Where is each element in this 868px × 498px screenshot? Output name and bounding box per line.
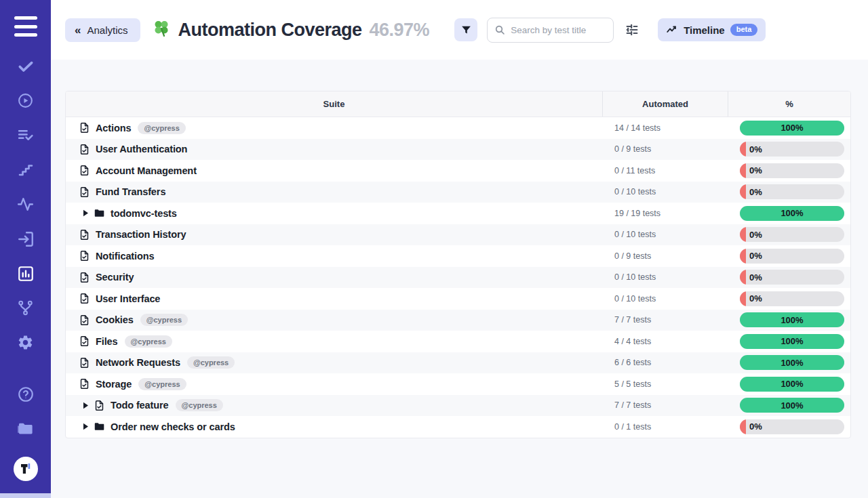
coverage-bar-fill bbox=[740, 270, 746, 285]
automated-count: 0 / 10 tests bbox=[603, 187, 728, 196]
suite-name: User Authentication bbox=[96, 144, 187, 154]
file-check-icon bbox=[94, 400, 105, 411]
file-check-icon bbox=[79, 272, 90, 283]
suite-name: Transaction History bbox=[96, 229, 186, 240]
percent-cell: 0% bbox=[728, 142, 850, 157]
suite-name: Notifications bbox=[96, 251, 155, 262]
percent-cell: 100% bbox=[728, 398, 850, 413]
coverage-bar: 0% bbox=[740, 291, 844, 306]
suite-tag[interactable]: @cypress bbox=[176, 399, 223, 411]
percent-cell: 100% bbox=[728, 377, 850, 392]
search-input[interactable] bbox=[487, 18, 614, 43]
file-check-icon bbox=[79, 335, 90, 347]
percent-cell: 0% bbox=[728, 291, 850, 306]
suite-name: Order new checks or cards bbox=[111, 421, 235, 432]
suite-tag[interactable]: @cypress bbox=[138, 122, 185, 134]
log-in-icon bbox=[17, 230, 35, 248]
percent-cell: 0% bbox=[728, 249, 850, 264]
suite-cell: Security bbox=[66, 272, 603, 283]
file-check-icon bbox=[79, 165, 90, 176]
menu-icon[interactable] bbox=[14, 16, 37, 37]
table-row[interactable]: Files @cypress 4 / 4 tests 100% bbox=[66, 331, 850, 352]
table-row[interactable]: Fund Transfers 0 / 10 tests 0% bbox=[66, 182, 850, 203]
play-circle-icon bbox=[17, 92, 34, 109]
automated-count: 0 / 9 tests bbox=[603, 144, 728, 154]
four-leaf-clover-icon bbox=[151, 18, 172, 41]
sidebar-item-settings[interactable] bbox=[0, 325, 51, 360]
coverage-bar-label: 100% bbox=[740, 206, 844, 221]
sidebar-item-steps[interactable] bbox=[0, 152, 51, 187]
table-row[interactable]: User Interface 0 / 10 tests 0% bbox=[66, 288, 850, 310]
sidebar-item-tests[interactable] bbox=[0, 49, 51, 83]
automated-count: 6 / 6 tests bbox=[603, 358, 728, 367]
coverage-percent: 46.97% bbox=[370, 20, 430, 41]
automated-count: 19 / 19 tests bbox=[603, 209, 728, 218]
suite-name: Todo feature bbox=[111, 400, 169, 411]
suite-tag[interactable]: @cypress bbox=[187, 356, 235, 369]
table-row[interactable]: Transaction History 0 / 10 tests 0% bbox=[66, 224, 850, 246]
table-row[interactable]: Cookies @cypress 7 / 7 tests 100% bbox=[66, 310, 850, 331]
table-row[interactable]: User Authentication 0 / 9 tests 0% bbox=[66, 139, 850, 161]
back-to-analytics-button[interactable]: « Analytics bbox=[65, 18, 140, 42]
table-row[interactable]: Actions @cypress 14 / 14 tests 100% bbox=[66, 117, 850, 139]
page-title: Automation Coverage bbox=[178, 20, 362, 41]
table-row[interactable]: Order new checks or cards 0 / 1 tests 0% bbox=[66, 416, 850, 438]
percent-cell: 0% bbox=[728, 270, 850, 285]
suite-cell: Fund Transfers bbox=[66, 186, 603, 198]
coverage-bar-label: 100% bbox=[740, 377, 844, 392]
sidebar-item-activity[interactable] bbox=[0, 187, 51, 222]
file-check-icon bbox=[79, 314, 90, 326]
expand-caret-icon[interactable] bbox=[83, 402, 89, 409]
coverage-bar-label: 0% bbox=[749, 227, 762, 242]
table-row[interactable]: Todo feature @cypress 7 / 7 tests 100% bbox=[66, 395, 850, 417]
suite-name: User Interface bbox=[96, 293, 160, 304]
table-row[interactable]: Network Requests @cypress 6 / 6 tests 10… bbox=[66, 352, 850, 374]
coverage-bar: 0% bbox=[740, 227, 844, 242]
suite-cell: Network Requests @cypress bbox=[66, 356, 603, 369]
table-row[interactable]: todomvc-tests 19 / 19 tests 100% bbox=[66, 203, 850, 224]
topbar: « Analytics Automation Coverage 46.97% T… bbox=[51, 0, 868, 60]
sidebar-item-help[interactable] bbox=[0, 377, 51, 411]
sidebar-item-import[interactable] bbox=[0, 222, 51, 256]
suite-name: todomvc-tests bbox=[111, 208, 177, 219]
sidebar-item-branches[interactable] bbox=[0, 291, 51, 325]
coverage-bar: 100% bbox=[740, 312, 844, 327]
sidebar-item-analytics[interactable] bbox=[0, 256, 51, 291]
search-box bbox=[487, 18, 614, 43]
sidebar-item-logo[interactable] bbox=[0, 451, 51, 486]
suite-tag[interactable]: @cypress bbox=[138, 378, 186, 390]
activity-icon bbox=[17, 196, 34, 213]
trending-line-icon bbox=[666, 24, 678, 36]
automated-count: 0 / 11 tests bbox=[603, 166, 728, 175]
expand-caret-icon[interactable] bbox=[83, 423, 89, 430]
suite-tag[interactable]: @cypress bbox=[125, 335, 172, 348]
testomat-logo-icon bbox=[14, 457, 38, 481]
suite-name: Actions bbox=[96, 123, 131, 133]
automated-count: 0 / 1 tests bbox=[603, 422, 728, 432]
timeline-button[interactable]: Timeline beta bbox=[658, 18, 766, 41]
expand-caret-icon[interactable] bbox=[83, 209, 89, 217]
coverage-bar-label: 0% bbox=[749, 142, 762, 157]
column-header-percent: % bbox=[728, 91, 850, 117]
sliders-settings-icon[interactable] bbox=[625, 23, 639, 37]
file-check-icon bbox=[79, 357, 90, 369]
coverage-bar: 0% bbox=[740, 249, 844, 264]
git-branch-icon bbox=[17, 299, 34, 316]
table-row[interactable]: Storage @cypress 5 / 5 tests 100% bbox=[66, 373, 850, 395]
coverage-bar-fill bbox=[740, 142, 746, 157]
automated-count: 5 / 5 tests bbox=[603, 379, 728, 389]
table-row[interactable]: Security 0 / 10 tests 0% bbox=[66, 267, 850, 289]
sidebar-item-runs[interactable] bbox=[0, 83, 51, 118]
coverage-bar-fill bbox=[740, 291, 746, 306]
table-row[interactable]: Account Management 0 / 11 tests 0% bbox=[66, 160, 850, 182]
suite-tag[interactable]: @cypress bbox=[140, 314, 188, 326]
sidebar-item-plans[interactable] bbox=[0, 118, 51, 152]
table-row[interactable]: Notifications 0 / 9 tests 0% bbox=[66, 245, 850, 267]
percent-cell: 100% bbox=[728, 312, 850, 327]
suite-cell: Files @cypress bbox=[66, 335, 603, 348]
suite-cell: Storage @cypress bbox=[66, 378, 603, 390]
filter-button[interactable] bbox=[454, 18, 477, 41]
coverage-bar-label: 100% bbox=[740, 334, 844, 349]
suite-cell: todomvc-tests bbox=[66, 207, 603, 219]
sidebar-item-projects[interactable] bbox=[0, 411, 51, 446]
